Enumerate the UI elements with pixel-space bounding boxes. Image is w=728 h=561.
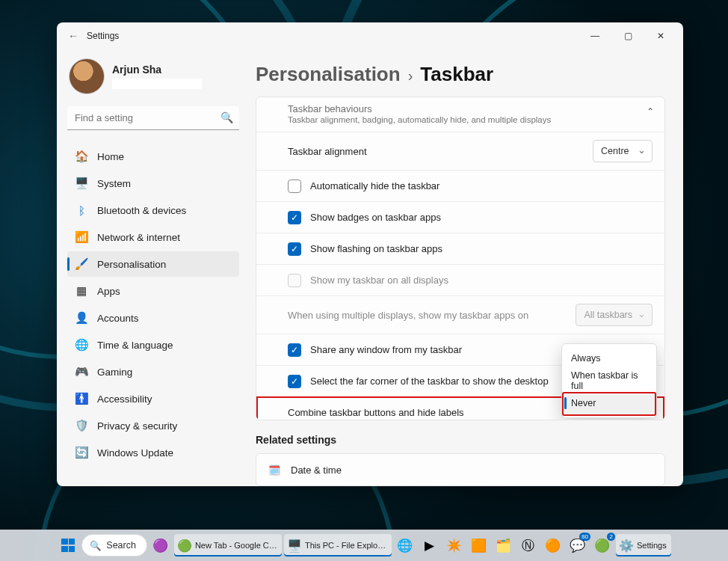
breadcrumb-parent[interactable]: Personalisation bbox=[256, 63, 401, 86]
copilot-icon[interactable]: 🟣 bbox=[149, 534, 172, 557]
nav-icon: 📶 bbox=[75, 230, 88, 244]
taskbar-whatsapp[interactable]: 🟢 bbox=[591, 534, 614, 557]
row-taskbar-alignment: Taskbar alignment Centre bbox=[256, 132, 664, 170]
label: Share any window from my taskbar bbox=[310, 344, 462, 355]
alignment-select[interactable]: Centre bbox=[593, 140, 653, 162]
search-icon: 🔍 bbox=[220, 111, 233, 123]
nav-icon: 🖥️ bbox=[75, 177, 88, 190]
sidebar: Arjun Sha 🔍 🏠Home🖥️SystemᛒBluetooth & de… bbox=[57, 49, 250, 486]
panel-header[interactable]: Taskbar behaviours Taskbar alignment, ba… bbox=[256, 97, 664, 132]
avatar bbox=[69, 58, 105, 94]
taskbar-edge[interactable]: 🌐 bbox=[394, 534, 416, 557]
nav-item-accounts[interactable]: 👤Accounts bbox=[67, 305, 239, 331]
label: Date & time bbox=[291, 465, 342, 476]
taskbar-app-3[interactable]: 🗂️ bbox=[493, 534, 515, 557]
related-date-time[interactable]: 🗓️ Date & time bbox=[256, 453, 665, 486]
label: Show badges on taskbar apps bbox=[310, 212, 441, 223]
taskbar-app-1[interactable]: ✴️ bbox=[443, 534, 466, 557]
dropdown-option-when-full[interactable]: When taskbar is full bbox=[562, 370, 656, 392]
gear-icon: ⚙️ bbox=[619, 539, 634, 553]
user-profile[interactable]: Arjun Sha bbox=[69, 58, 239, 94]
minimize-button[interactable]: — bbox=[579, 25, 611, 47]
nav-item-accessibility[interactable]: 🚹Accessibility bbox=[67, 386, 239, 411]
combine-dropdown: Always When taskbar is full Never bbox=[561, 343, 657, 418]
taskbar-explorer[interactable]: 🖥️ This PC - File Explorer bbox=[284, 534, 392, 557]
taskbar-search[interactable]: 🔍 Search bbox=[81, 534, 147, 557]
checkbox[interactable]: ✓ bbox=[288, 343, 301, 357]
nav-label: Bluetooth & devices bbox=[97, 205, 186, 216]
taskbar-settings[interactable]: ⚙️ Settings bbox=[616, 534, 671, 557]
taskbar-app-badge-1[interactable]: 💬 bbox=[567, 534, 589, 557]
panel-subtitle: Taskbar alignment, badging, automaticall… bbox=[288, 115, 653, 124]
window-title: Settings bbox=[87, 31, 119, 41]
windows-taskbar: 🔍 Search 🟣 🟢 New Tab - Google Chrome 🖥️ … bbox=[0, 530, 728, 561]
taskbar-terminal[interactable]: ▶ bbox=[419, 534, 441, 557]
nav-icon: 🌐 bbox=[75, 338, 88, 352]
nav-label: Home bbox=[97, 151, 124, 162]
taskbar-app-2[interactable]: 🟧 bbox=[468, 534, 490, 557]
nav-label: System bbox=[97, 178, 131, 189]
nav-icon: 🛡️ bbox=[75, 419, 88, 432]
checkbox[interactable]: ✓ bbox=[288, 242, 301, 256]
taskbar-app-4[interactable]: 🟠 bbox=[542, 534, 564, 557]
maximize-button[interactable]: ▢ bbox=[611, 25, 644, 47]
checkbox[interactable] bbox=[288, 180, 301, 193]
dropdown-option-always[interactable]: Always bbox=[562, 347, 656, 370]
row-combine-labels: Combine taskbar buttons and hide labels … bbox=[256, 396, 664, 420]
label: When using multiple displays, show my ta… bbox=[288, 310, 528, 321]
titlebar: ← Settings — ▢ ✕ bbox=[57, 22, 683, 49]
label: Show my taskbar on all displays bbox=[310, 275, 448, 286]
nav-label: Time & language bbox=[97, 340, 173, 351]
search-icon: 🔍 bbox=[90, 540, 102, 551]
nav-item-gaming[interactable]: 🎮Gaming bbox=[67, 359, 239, 384]
close-button[interactable]: ✕ bbox=[644, 25, 677, 47]
label: Automatically hide the taskbar bbox=[310, 180, 439, 191]
nav-item-apps[interactable]: ▦Apps bbox=[67, 278, 239, 304]
nav-icon: 🏠 bbox=[75, 150, 88, 163]
nav-icon: 🔄 bbox=[75, 446, 88, 459]
row-show-all-displays: Show my taskbar on all displays bbox=[256, 264, 664, 295]
taskbar-behaviours-panel: Taskbar behaviours Taskbar alignment, ba… bbox=[256, 96, 665, 420]
checkbox[interactable]: ✓ bbox=[288, 211, 301, 224]
breadcrumb-sep: › bbox=[408, 67, 413, 85]
label: Select the far corner of the taskbar to … bbox=[310, 375, 549, 387]
windows-icon bbox=[61, 539, 75, 552]
nav-label: Network & internet bbox=[97, 232, 180, 243]
chevron-up-icon: ⌃ bbox=[647, 106, 654, 117]
nav-item-network-internet[interactable]: 📶Network & internet bbox=[67, 224, 239, 250]
settings-window: ← Settings — ▢ ✕ Arjun Sha 🔍 🏠Home🖥️Syst… bbox=[57, 22, 683, 486]
label: Combine taskbar buttons and hide labels bbox=[288, 407, 464, 418]
nav-item-windows-update[interactable]: 🔄Windows Update bbox=[67, 440, 239, 465]
nav-icon: 🖌️ bbox=[75, 257, 88, 271]
dropdown-option-never[interactable]: Never bbox=[562, 392, 656, 414]
start-button[interactable] bbox=[57, 534, 79, 557]
nav-item-bluetooth-devices[interactable]: ᛒBluetooth & devices bbox=[67, 197, 239, 223]
breadcrumb-current: Taskbar bbox=[420, 63, 493, 86]
nav-item-time-language[interactable]: 🌐Time & language bbox=[67, 332, 239, 358]
nav-icon: 👤 bbox=[75, 311, 88, 325]
nav-item-privacy-security[interactable]: 🛡️Privacy & security bbox=[67, 413, 239, 438]
nav-item-home[interactable]: 🏠Home bbox=[67, 144, 239, 169]
breadcrumb: Personalisation › Taskbar bbox=[250, 57, 665, 96]
label: Taskbar alignment bbox=[288, 146, 367, 157]
checkbox[interactable]: ✓ bbox=[288, 375, 301, 388]
related-heading: Related settings bbox=[256, 434, 665, 446]
nav-item-personalisation[interactable]: 🖌️Personalisation bbox=[67, 251, 239, 277]
taskbar-notion[interactable]: Ⓝ bbox=[517, 534, 540, 557]
label: Show flashing on taskbar apps bbox=[310, 243, 442, 254]
row-auto-hide[interactable]: Automatically hide the taskbar bbox=[256, 170, 664, 201]
panel-title: Taskbar behaviours bbox=[288, 103, 653, 114]
row-show-flashing[interactable]: ✓ Show flashing on taskbar apps bbox=[256, 233, 664, 264]
nav-icon: ᛒ bbox=[75, 203, 88, 217]
taskbar-chrome[interactable]: 🟢 New Tab - Google Chrome bbox=[174, 534, 282, 557]
nav-label: Personalisation bbox=[97, 259, 166, 270]
nav-list: 🏠Home🖥️SystemᛒBluetooth & devices📶Networ… bbox=[67, 144, 239, 465]
search-input[interactable] bbox=[67, 106, 239, 130]
row-show-badges[interactable]: ✓ Show badges on taskbar apps bbox=[256, 201, 664, 233]
related-settings: Related settings 🗓️ Date & time bbox=[256, 434, 665, 486]
nav-item-system[interactable]: 🖥️System bbox=[67, 171, 239, 196]
user-email-redacted bbox=[112, 79, 202, 89]
nav-label: Accounts bbox=[97, 313, 139, 324]
back-button[interactable]: ← bbox=[63, 30, 84, 42]
user-name: Arjun Sha bbox=[112, 64, 202, 76]
